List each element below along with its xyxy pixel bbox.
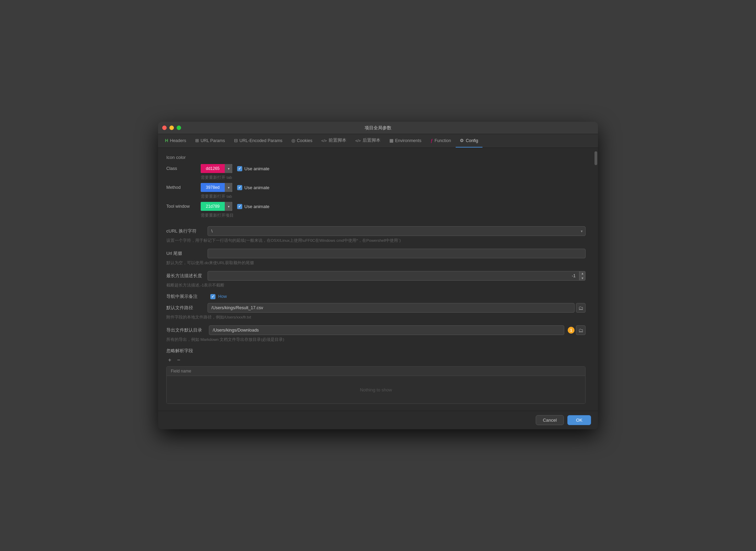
curl-label: cURL 换行字符	[166, 228, 208, 234]
field-name-column-header: Field name	[171, 369, 191, 374]
tab-environments[interactable]: ▦ Environments	[385, 134, 425, 148]
class-color-swatch: dd1265	[201, 164, 225, 173]
minimize-button[interactable]	[169, 126, 174, 130]
window-title: 项目全局参数	[365, 125, 391, 131]
tab-url-encoded-label: URL-Encoded Params	[240, 138, 282, 143]
class-animate-label: Use animate	[244, 166, 269, 171]
default-file-input-group: 🗂	[208, 303, 586, 313]
tab-environments-label: Environments	[395, 138, 421, 143]
icon-color-label: Icon color	[166, 155, 586, 160]
tab-post-script[interactable]: </> 后置脚本	[351, 134, 385, 148]
ignore-fields-label: 忽略解析字段	[166, 348, 586, 354]
post-script-icon: </>	[355, 139, 361, 143]
function-icon: ƒ	[430, 138, 433, 143]
export-dir-badge: 1	[568, 327, 575, 334]
export-dir-input[interactable]	[209, 325, 564, 335]
method-animate-group: Use animate	[237, 185, 269, 190]
curl-section: cURL 换行字符 ▾ 设置一个字符，用于标记下一行语句的延续(一般来说，在OS…	[166, 226, 586, 243]
nav-badge-row: 导航中展示备注 How	[166, 293, 586, 300]
max-desc-section: 最长方法描述长度 ▲ ▼ 截断超长方法描述,-1表示不截断	[166, 271, 586, 288]
tab-function-label: Function	[434, 138, 451, 143]
default-file-section: 默认文件路径 🗂 附件字段的本地文件路径，例如/Users/xxx/fr.txt	[166, 303, 586, 320]
curl-row: cURL 换行字符 ▾	[166, 226, 586, 236]
default-file-row: 默认文件路径 🗂	[166, 303, 586, 313]
url-suffix-hint: 默认为空，可以使用.do来使URL获取额外的尾缀	[166, 260, 586, 266]
tab-url-params-label: URL Params	[201, 138, 225, 143]
nav-badge-label: 导航中展示备注	[166, 293, 208, 300]
window-controls	[162, 126, 181, 130]
max-desc-label: 最长方法描述长度	[166, 273, 208, 279]
main-window: 项目全局参数 H Headers ⊞ URL Params ⊟ URL-Enco…	[158, 122, 598, 429]
curl-input[interactable]	[208, 226, 586, 236]
class-animate-checkbox[interactable]	[237, 166, 242, 171]
tool-window-color-dropdown[interactable]: ▾	[225, 202, 232, 211]
method-color-dropdown[interactable]: ▾	[225, 183, 232, 192]
export-dir-hint: 所有的导出，例如 Markdown 文档文件导出存放目录(必须是目录)	[166, 337, 586, 342]
max-desc-input[interactable]	[208, 271, 579, 281]
default-file-input[interactable]	[208, 303, 575, 313]
method-row: Method 3978ed ▾ Use animate	[166, 183, 586, 192]
table-header: Field name	[167, 367, 585, 376]
default-file-label: 默认文件路径	[166, 305, 208, 311]
tab-config[interactable]: ⚙ Config	[456, 134, 482, 148]
default-file-folder-button[interactable]: 🗂	[576, 303, 586, 313]
scrollbar[interactable]	[594, 148, 598, 411]
curl-hint: 设置一个字符，用于标记下一行语句的延续(一般来说，在OSX/Linux上使用\u…	[166, 238, 586, 243]
tab-pre-script[interactable]: </> 前置脚本	[317, 134, 351, 148]
add-field-button[interactable]: +	[166, 357, 173, 364]
nothing-to-show: Nothing to show	[360, 387, 392, 392]
pre-script-icon: </>	[321, 139, 327, 143]
spinner-down[interactable]: ▼	[579, 276, 586, 281]
tab-url-params[interactable]: ⊞ URL Params	[191, 134, 229, 148]
tool-window-animate-group: Use animate	[237, 204, 269, 209]
ok-button[interactable]: OK	[567, 415, 591, 425]
max-desc-hint: 截断超长方法描述,-1表示不截断	[166, 283, 586, 288]
curl-input-wrap: ▾	[208, 226, 586, 236]
main-content: Icon color Class dd1265 ▾ Use animate	[158, 148, 594, 411]
curl-dropdown-icon: ▾	[581, 229, 583, 234]
cookies-icon: ◎	[291, 138, 295, 143]
max-desc-row: 最长方法描述长度 ▲ ▼	[166, 271, 586, 281]
url-encoded-icon: ⊟	[234, 138, 238, 143]
tab-function[interactable]: ƒ Function	[426, 134, 455, 148]
tab-headers[interactable]: H Headers	[161, 134, 190, 148]
url-suffix-input[interactable]	[208, 249, 586, 258]
method-hint: 需要重新打开 tab	[201, 194, 586, 199]
tool-window-hint: 需要重新打开项目	[201, 213, 586, 218]
ignore-fields-table: Field name Nothing to show	[166, 366, 586, 404]
number-spinners: ▲ ▼	[579, 271, 586, 281]
class-color-dropdown[interactable]: ▾	[225, 164, 232, 173]
tab-url-encoded[interactable]: ⊟ URL-Encoded Params	[230, 134, 287, 148]
spinner-up[interactable]: ▲	[579, 271, 586, 276]
class-hint: 需要重新打开 tab	[201, 175, 586, 180]
environments-icon: ▦	[389, 138, 393, 143]
tab-headers-label: Headers	[170, 138, 186, 143]
method-animate-checkbox[interactable]	[237, 185, 242, 190]
tool-window-color-button[interactable]: 21d789 ▾	[201, 202, 232, 211]
tool-window-animate-label: Use animate	[244, 204, 269, 209]
tool-window-row: Tool window 21d789 ▾ Use animate	[166, 202, 586, 211]
nav-how-link[interactable]: How	[218, 294, 227, 299]
ignore-fields-section: 忽略解析字段 + − Field name Nothing to show	[166, 348, 586, 404]
titlebar: 项目全局参数	[158, 122, 598, 134]
maximize-button[interactable]	[177, 126, 181, 130]
content-area: Icon color Class dd1265 ▾ Use animate	[158, 148, 598, 411]
export-dir-folder-button[interactable]: 🗂	[576, 325, 586, 335]
method-color-button[interactable]: 3978ed ▾	[201, 183, 232, 192]
tool-window-animate-checkbox[interactable]	[237, 204, 242, 209]
class-label: Class	[166, 166, 201, 171]
url-suffix-label: Url 尾缀	[166, 250, 208, 257]
cancel-button[interactable]: Cancel	[536, 415, 564, 425]
tab-cookies[interactable]: ◎ Cookies	[287, 134, 316, 148]
tab-post-script-label: 后置脚本	[363, 138, 380, 143]
close-button[interactable]	[162, 126, 167, 130]
export-dir-row: 导出文件默认目录 1 🗂	[166, 325, 586, 335]
tool-window-label: Tool window	[166, 204, 201, 209]
export-dir-input-group: 1 🗂	[209, 325, 586, 335]
class-color-button[interactable]: dd1265 ▾	[201, 164, 232, 173]
remove-field-button[interactable]: −	[175, 357, 182, 364]
headers-icon: H	[165, 138, 168, 143]
tool-window-color-swatch: 21d789	[201, 202, 225, 211]
table-body: Nothing to show	[167, 376, 585, 403]
nav-badge-checkbox[interactable]	[210, 294, 215, 299]
